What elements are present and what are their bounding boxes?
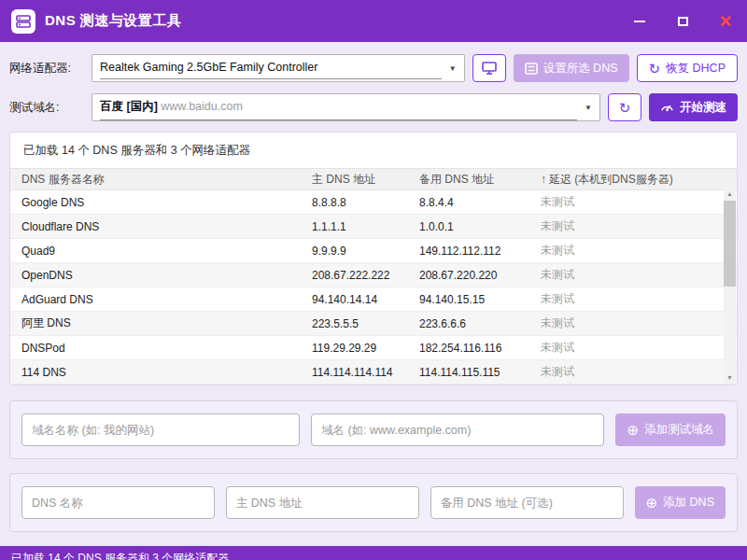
add-dns-card: ⊕ 添加 DNS: [9, 473, 738, 532]
adapter-label: 网络适配器:: [9, 61, 84, 77]
secondary-dns-cell: 114.114.115.115: [419, 366, 541, 379]
status-text: 已加载 14 个 DNS 服务器和 3 个网络适配器: [11, 551, 229, 560]
dns-name-cell: 114 DNS: [10, 366, 312, 379]
latency-cell: 未测试: [541, 364, 724, 380]
close-icon: ×: [720, 11, 732, 32]
dns-name-cell: OpenDNS: [10, 269, 312, 282]
status-bar: 已加载 14 个 DNS 服务器和 3 个网络适配器: [0, 546, 747, 560]
plus-circle-icon: ⊕: [646, 496, 658, 510]
primary-dns-cell: 114.114.114.114: [312, 366, 419, 379]
maximize-button[interactable]: [661, 0, 704, 42]
adapter-dropdown-value: Realtek Gaming 2.5GbE Family Controller: [100, 57, 442, 79]
restore-dhcp-label: 恢复 DHCP: [666, 61, 726, 77]
domain-dropdown[interactable]: 百度 [国内] www.baidu.com ▼: [92, 93, 600, 121]
plus-circle-icon: ⊕: [627, 423, 639, 437]
app-window: DNS 测速与设置工具 × 网络适配器: Realtek Gaming 2.5G…: [0, 0, 747, 560]
primary-dns-cell: 94.140.14.14: [312, 293, 419, 306]
domain-label: 测试域名:: [9, 100, 84, 116]
adapter-dropdown[interactable]: Realtek Gaming 2.5GbE Family Controller …: [92, 54, 465, 82]
secondary-dns-cell: 149.112.112.112: [419, 245, 541, 258]
refresh-icon: ↻: [619, 101, 631, 115]
titlebar: DNS 测速与设置工具 ×: [0, 0, 747, 42]
secondary-dns-cell: 8.8.4.4: [419, 196, 541, 209]
dns-name-cell: AdGuard DNS: [10, 293, 312, 306]
speedometer-icon: [660, 101, 674, 114]
dns-name-cell: Cloudflare DNS: [10, 220, 312, 233]
domain-url-input[interactable]: [311, 413, 604, 446]
add-dns-label: 添加 DNS: [663, 495, 714, 511]
app-logo-icon: [11, 9, 35, 34]
primary-dns-cell: 208.67.222.222: [312, 269, 419, 282]
header-dns-name[interactable]: DNS 服务器名称: [10, 172, 312, 188]
dns-name-input[interactable]: [21, 486, 215, 519]
sort-ascending-icon: ↑: [541, 173, 546, 186]
content-area: 网络适配器: Realtek Gaming 2.5GbE Family Cont…: [0, 42, 747, 546]
latency-cell: 未测试: [541, 267, 724, 283]
secondary-dns-cell: 208.67.220.220: [419, 269, 541, 282]
header-latency[interactable]: ↑延迟 (本机到DNS服务器): [541, 172, 724, 188]
domain-row: 测试域名: 百度 [国内] www.baidu.com ▼ ↻ 开始测速: [9, 92, 738, 122]
latency-cell: 未测试: [541, 291, 724, 307]
table-header-row: DNS 服务器名称 主 DNS 地址 备用 DNS 地址 ↑延迟 (本机到DNS…: [10, 168, 737, 190]
chevron-down-icon: ▼: [449, 64, 457, 73]
close-button[interactable]: ×: [704, 0, 747, 42]
table-row[interactable]: DNSPod 119.29.29.29 182.254.116.116 未测试: [10, 336, 737, 360]
table-row[interactable]: Quad9 9.9.9.9 149.112.112.112 未测试: [10, 239, 737, 263]
set-dns-button[interactable]: 设置所选 DNS: [514, 54, 629, 82]
scroll-down-icon[interactable]: ▼: [726, 371, 733, 384]
dns-name-cell: DNSPod: [10, 342, 312, 355]
table-row[interactable]: Cloudflare DNS 1.1.1.1 1.0.0.1 未测试: [10, 215, 737, 239]
secondary-dns-cell: 223.6.6.6: [419, 317, 541, 330]
header-secondary-dns[interactable]: 备用 DNS 地址: [419, 172, 541, 188]
add-dns-button[interactable]: ⊕ 添加 DNS: [635, 486, 726, 519]
primary-dns-cell: 8.8.8.8: [312, 196, 419, 209]
minimize-button[interactable]: [618, 0, 661, 42]
table-row[interactable]: Google DNS 8.8.8.8 8.8.4.4 未测试: [10, 190, 737, 215]
latency-cell: 未测试: [541, 194, 724, 210]
dns-name-cell: 阿里 DNS: [10, 315, 312, 331]
monitor-icon: [482, 62, 497, 75]
latency-cell: 未测试: [541, 340, 724, 356]
restore-icon: ↻: [649, 62, 661, 76]
start-test-label: 开始测速: [680, 100, 726, 116]
add-domain-card: ⊕ 添加测试域名: [9, 400, 738, 459]
load-summary: 已加载 14 个 DNS 服务器和 3 个网络适配器: [10, 133, 737, 168]
table-body: Google DNS 8.8.8.8 8.8.4.4 未测试 Cloudflar…: [10, 190, 737, 385]
table-row[interactable]: OpenDNS 208.67.222.222 208.67.220.220 未测…: [10, 263, 737, 287]
dns-table-card: 已加载 14 个 DNS 服务器和 3 个网络适配器 DNS 服务器名称 主 D…: [9, 132, 738, 385]
domain-url: www.baidu.com: [161, 100, 243, 113]
table-row[interactable]: AdGuard DNS 94.140.14.14 94.140.15.15 未测…: [10, 287, 737, 312]
secondary-dns-cell: 1.0.0.1: [419, 220, 541, 233]
primary-dns-cell: 9.9.9.9: [312, 245, 419, 258]
secondary-dns-cell: 94.140.15.15: [419, 293, 541, 306]
latency-cell: 未测试: [541, 315, 724, 331]
add-domain-label: 添加测试域名: [644, 422, 714, 438]
table-scrollbar[interactable]: ▲ ▼: [724, 188, 736, 384]
refresh-button[interactable]: ↻: [608, 93, 641, 121]
table-row[interactable]: 阿里 DNS 223.5.5.5 223.6.6.6 未测试: [10, 312, 737, 336]
header-latency-label: 延迟 (本机到DNS服务器): [549, 173, 673, 186]
minimize-icon: [634, 21, 645, 22]
header-primary-dns[interactable]: 主 DNS 地址: [312, 172, 419, 188]
secondary-dns-cell: 182.254.116.116: [419, 342, 541, 355]
dns-primary-input[interactable]: [226, 486, 419, 519]
scrollbar-thumb[interactable]: [724, 201, 736, 287]
primary-dns-cell: 1.1.1.1: [312, 220, 419, 233]
add-domain-button[interactable]: ⊕ 添加测试域名: [615, 413, 726, 446]
scroll-up-icon[interactable]: ▲: [726, 188, 733, 200]
primary-dns-cell: 223.5.5.5: [312, 317, 419, 330]
start-test-button[interactable]: 开始测速: [649, 93, 738, 121]
set-dns-label: 设置所选 DNS: [543, 61, 618, 77]
dns-name-cell: Google DNS: [10, 196, 312, 209]
adapter-row: 网络适配器: Realtek Gaming 2.5GbE Family Cont…: [9, 53, 738, 83]
restore-dhcp-button[interactable]: ↻ 恢复 DHCP: [637, 54, 738, 82]
adapter-info-button[interactable]: [472, 54, 506, 82]
table-row[interactable]: 114 DNS 114.114.114.114 114.114.115.115 …: [10, 360, 737, 385]
domain-name-input[interactable]: [21, 413, 300, 446]
maximize-icon: [678, 17, 688, 26]
domain-dropdown-value: 百度 [国内] www.baidu.com: [100, 95, 577, 120]
window-title: DNS 测速与设置工具: [45, 12, 181, 30]
dns-name-cell: Quad9: [10, 245, 312, 258]
latency-cell: 未测试: [541, 243, 724, 259]
dns-secondary-input[interactable]: [430, 486, 624, 519]
